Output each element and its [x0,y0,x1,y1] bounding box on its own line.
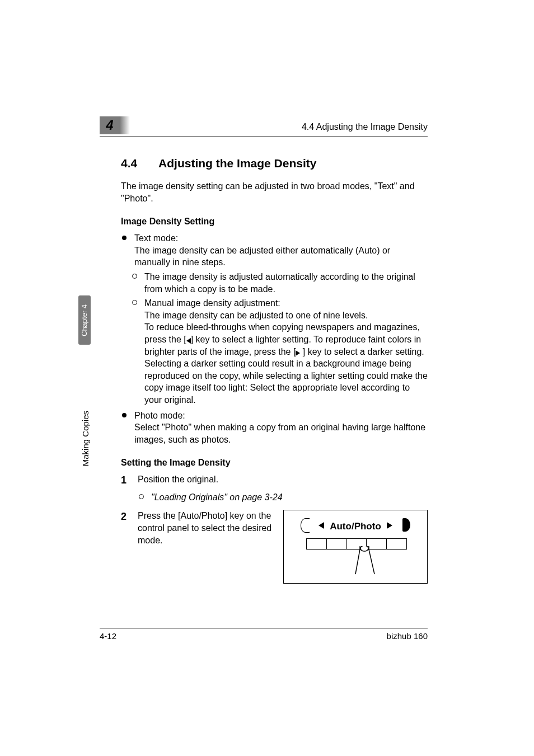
header-rule [100,137,428,137]
step-2: 2 Press the [Auto/Photo] key on the cont… [121,510,428,584]
image-density-setting-heading: Image Density Setting [121,217,428,227]
auto-adjust-text: The image density is adjusted automatica… [144,272,415,294]
step-1-ref: "Loading Originals" on page 3-24 [151,492,283,502]
section-intro: The image density setting can be adjuste… [121,180,428,204]
step-1-number: 1 [121,473,127,487]
setting-image-density-heading: Setting the Image Density [121,458,428,468]
auto-photo-panel-illustration: Auto/Photo [283,510,428,584]
section-number: 4.4 [121,157,156,170]
step-2-text: Press the [Auto/Photo] key on the contro… [138,510,274,584]
section-title-text: Adjusting the Image Density [158,157,316,170]
right-arrow-icon [296,350,300,356]
footer-rule [100,628,428,628]
text-mode-desc: The image density can be adjusted either… [134,246,390,267]
manual-line1: The image density can be adjusted to one… [144,311,368,320]
step-2-number: 2 [121,510,127,523]
section-heading: 4.4 Adjusting the Image Density [121,157,428,170]
chapter-box-gradient [120,116,130,134]
side-chapter-tab: Chapter 4 [78,295,91,345]
manual-line2c: ] key to select a darker setting. [303,347,424,356]
page-number: 4-12 [100,631,116,641]
product-name: bizhub 160 [387,631,428,641]
chapter-number-box: 4 [100,116,120,134]
step-1-text: Position the original. [138,475,218,484]
left-arrow-icon [186,338,191,344]
manual-line3: Selecting a darker setting could result … [144,359,428,405]
side-section-label: Making Copies [81,411,90,466]
running-header: 4.4 Adjusting the Image Density [302,122,428,132]
auto-adjust-item: The image density is adjusted automatica… [131,271,428,295]
chapter-number: 4 [106,118,113,133]
text-mode-label: Text mode: [134,233,178,243]
svg-point-0 [360,546,368,551]
manual-adjust-label: Manual image density adjustment: [144,298,280,308]
panel-right-arrow-icon [387,522,392,529]
step-1: 1 Position the original. "Loading Origin… [121,473,428,503]
photo-mode-bullet: Photo mode: Select "Photo" when making a… [121,410,428,446]
manual-adjust-item: Manual image density adjustment: The ima… [131,297,428,406]
step-1-ref-item: "Loading Originals" on page 3-24 [138,491,428,504]
photo-mode-desc: Select "Photo" when making a copy from a… [134,422,425,444]
finger-press-icon [352,546,380,580]
text-mode-bullet: Text mode: The image density can be adju… [121,232,428,269]
photo-mode-label: Photo mode: [134,411,185,420]
